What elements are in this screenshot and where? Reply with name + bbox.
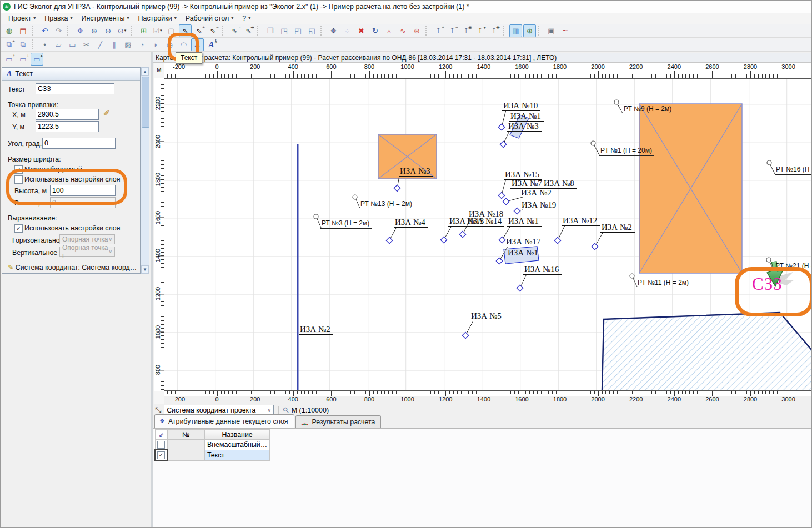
emission-source-label[interactable]: ИЗА №12 [562, 216, 600, 226]
rotate-object-icon[interactable]: ↻ [369, 24, 382, 37]
attributes-pane-icon[interactable]: ▭● [31, 53, 43, 66]
pick-object-icon[interactable]: ▢ [165, 24, 178, 37]
text-index-tool-icon[interactable]: Ak [205, 38, 218, 51]
point-tool-icon[interactable]: • [38, 38, 51, 51]
calc-point-label[interactable]: РТ №16 (Н = [775, 166, 812, 175]
select-add-icon[interactable]: ⇖+ [193, 24, 205, 37]
select-remove-icon[interactable]: ⇖− [207, 24, 219, 37]
align-use-layer-checkbox[interactable] [14, 224, 23, 233]
column-header-name[interactable]: Название [205, 430, 270, 440]
panel-scrollbar[interactable]: ▲ ▼ [141, 67, 149, 274]
emission-source-label[interactable]: ИЗА №10 [502, 101, 540, 111]
ruler-grid-icon[interactable]: ▥ [509, 24, 522, 37]
confirm-object-icon[interactable]: ☑▾ [151, 24, 164, 37]
anchor-pick-icon[interactable]: ✐ [103, 109, 110, 118]
emission-source-label[interactable]: ИЗА №2 [600, 223, 635, 233]
split-tool-icon[interactable]: ✂ [80, 38, 93, 51]
scroll-up-button[interactable]: ▲ [141, 68, 149, 76]
text-tool-icon[interactable]: A [191, 38, 204, 51]
arc-tool-icon[interactable]: ◠ [177, 38, 190, 51]
menu-item-рабочий стол[interactable]: Рабочий стол▾ [181, 14, 238, 23]
emission-source-label[interactable]: ИЗА №3 [507, 122, 542, 132]
menu-item-инструменты[interactable]: Инструменты▾ [77, 14, 133, 23]
circle-tool-icon[interactable]: ◔ [136, 38, 148, 51]
emission-source-label[interactable]: ИЗА №4 [394, 218, 428, 228]
scrollbar-thumb[interactable] [142, 77, 149, 128]
snap-points-icon[interactable]: ⁘ [341, 24, 354, 37]
emission-source-label[interactable]: ИЗА №8 [543, 179, 577, 189]
move-object-icon[interactable]: ✥ [327, 24, 340, 37]
emission-source-label[interactable]: ИЗА №5 [470, 311, 504, 321]
sector-tool-icon[interactable]: ◗ [149, 38, 162, 51]
calc-point-label[interactable]: РТ №21 (Н = [774, 263, 812, 271]
pan-icon[interactable]: ✥ [74, 24, 87, 37]
panel-splitter[interactable] [151, 52, 153, 528]
layer-add-icon[interactable]: ⧉+ [3, 38, 16, 51]
emission-source-label[interactable]: ИЗА №1 [509, 112, 544, 122]
source-add-icon[interactable]: ⊺+ [432, 24, 445, 37]
emission-source-label[interactable]: ИЗА №3 [399, 167, 433, 177]
polygon-nodes-tool-icon[interactable]: ▱ [52, 38, 65, 51]
undo-icon[interactable]: ↶ [38, 24, 51, 37]
coordinate-system-link[interactable]: ✎ Система координат: Система коорд… [8, 263, 137, 271]
zoom-extent-icon[interactable]: ⊕ [523, 24, 536, 37]
crop-shape-icon[interactable]: ◰ [292, 24, 304, 37]
edit-ring-icon[interactable]: ⊛ [410, 24, 423, 37]
layers-icon[interactable]: ⧉ [17, 38, 29, 51]
row-visibility-checkbox[interactable] [157, 441, 165, 449]
emission-source-label[interactable]: ИЗА №17 [505, 237, 543, 247]
menu-item-проект[interactable]: Проект▾ [4, 14, 40, 23]
polygon-tool-icon[interactable]: ▭ [66, 38, 79, 51]
source-hide-icon[interactable]: ⊺● [474, 24, 487, 37]
segment-tool-icon[interactable]: ╱ [94, 38, 107, 51]
emission-source-label[interactable]: ИЗА №2 [299, 325, 333, 335]
source-show-icon[interactable]: ⊺◉ [460, 24, 473, 37]
tab-attribute-data[interactable]: ❖ Атрибутивные данные текущего слоя [154, 414, 294, 428]
zoom-select-icon[interactable]: ⊙▾ [116, 24, 128, 37]
map-canvas[interactable]: ИЗА №10ИЗА №1ИЗА №3ИЗА №3ИЗА №15ИЗА №7ИЗ… [164, 78, 812, 391]
emission-source-label[interactable]: ИЗА №1 [507, 248, 541, 258]
table-row[interactable]: Текст [155, 450, 270, 460]
emission-source-label[interactable]: ИЗА №16 [523, 265, 562, 275]
report-icon[interactable]: ▤ [17, 24, 29, 37]
map-save-icon[interactable]: ◍ [3, 24, 16, 37]
emission-source-label[interactable]: ИЗА №2 [520, 188, 554, 198]
szz-text-object[interactable]: СЗЗ [752, 274, 783, 294]
emission-source-label[interactable]: ИЗА №7 [510, 179, 545, 189]
scalable-checkbox[interactable] [14, 165, 23, 174]
row-name-cell[interactable]: Внемасштабный… [205, 440, 270, 450]
row-visibility-checkbox[interactable] [157, 451, 165, 459]
menu-item-настройки[interactable]: Настройки▾ [133, 14, 181, 23]
calc-point-label[interactable]: РТ №13 (Н = 2м) [359, 200, 414, 209]
menu-item-?[interactable]: ?▾ [238, 14, 255, 23]
angle-input[interactable] [42, 138, 116, 149]
parallel-line-tool-icon[interactable]: ∥ [108, 38, 121, 51]
calc-point-label[interactable]: РТ №11 (Н = 2м) [636, 279, 691, 288]
column-header-number[interactable]: № [167, 430, 205, 440]
emission-source-label[interactable]: ИЗА №19 [520, 200, 559, 210]
tab-calculation-results[interactable]: Результаты расчета [295, 415, 382, 428]
text-value-input[interactable] [36, 83, 114, 94]
pane-up-icon[interactable]: ▭↑ [3, 53, 16, 66]
scroll-down-button[interactable]: ▼ [141, 265, 149, 273]
pane-down-icon[interactable]: ▭↓ [17, 53, 29, 66]
print-icon[interactable]: ▣ [545, 24, 558, 37]
zoom-in-icon[interactable]: ⊕ [88, 24, 101, 37]
select-by-layer-icon[interactable]: ⇖▫ [228, 24, 241, 37]
emission-source-label[interactable]: ИЗА №1 [507, 217, 542, 227]
image-tool-icon[interactable]: ▨ [122, 38, 134, 51]
edit-polygon-icon[interactable]: ▵ [383, 24, 395, 37]
profile-icon[interactable]: ≃ [559, 24, 572, 37]
calc-point-label[interactable]: РТ №3 (Н = 2м) [320, 220, 372, 229]
x-input[interactable] [36, 109, 99, 120]
redo-icon[interactable]: ↷ [52, 24, 65, 37]
delete-object-icon[interactable]: ✖ [355, 24, 368, 37]
calc-point-label[interactable]: РТ №1 (Н = 20м) [599, 147, 654, 156]
select-move-icon[interactable]: ⇖➜ [242, 24, 255, 37]
copy-shape-icon[interactable]: ❐ [264, 24, 277, 37]
y-input[interactable] [36, 121, 99, 132]
menu-item-правка[interactable]: Правка▾ [40, 14, 77, 23]
edit-polyline-icon[interactable]: ∿ [397, 24, 409, 37]
height-m-input[interactable] [50, 185, 116, 196]
paste-shape-icon[interactable]: ◳ [278, 24, 290, 37]
